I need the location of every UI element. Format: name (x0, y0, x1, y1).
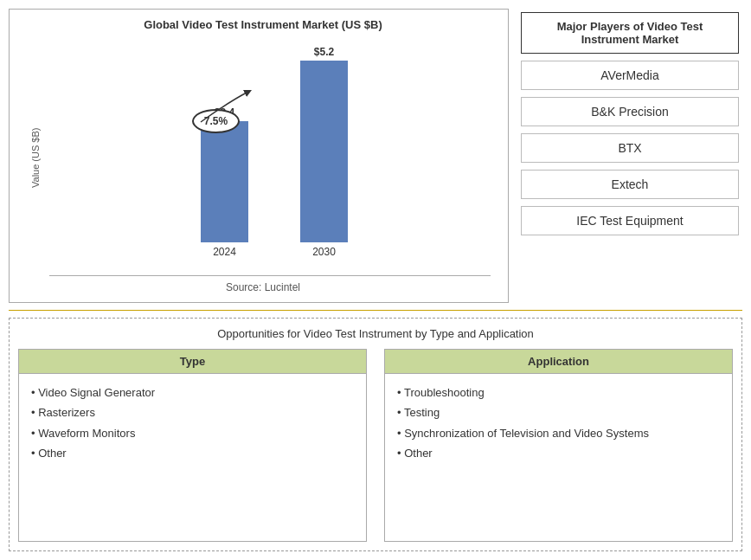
cagr-arrow-svg (41, 40, 499, 275)
type-header: Type (19, 350, 366, 374)
main-container: Global Video Test Instrument Market (US … (0, 0, 751, 560)
type-item-1: Rasterizers (31, 402, 354, 422)
application-content: Troubleshooting Testing Synchronization … (385, 374, 732, 473)
source-text: Source: Lucintel (27, 281, 499, 293)
bar-2024 (201, 121, 248, 242)
chart-area: Global Video Test Instrument Market (US … (9, 9, 509, 303)
type-item-3: Other (31, 443, 354, 463)
section-divider (9, 310, 742, 311)
player-btx: BTX (521, 133, 739, 163)
chart-title: Global Video Test Instrument Market (US … (27, 18, 499, 31)
application-header: Application (385, 350, 732, 374)
player-extech: Extech (521, 170, 739, 199)
type-item-2: Waveform Monitors (31, 423, 354, 443)
players-title: Major Players of Video Test Instrument M… (521, 12, 739, 54)
application-item-2: Synchronization of Television and Video … (397, 423, 720, 443)
bottom-section: Opportunities for Video Test Instrument … (9, 318, 742, 551)
player-iec: IEC Test Equipment (521, 206, 739, 235)
type-column: Type Video Signal Generator Rasterizers … (18, 349, 367, 542)
bar-label-2030: 2030 (312, 246, 336, 258)
cagr-annotation: 7.5% (192, 109, 240, 133)
chart-inner: Value (US $B) $3.4 2024 $5.2 (27, 40, 499, 276)
chart-plot: $3.4 2024 $5.2 2030 (41, 40, 499, 276)
players-area: Major Players of Video Test Instrument M… (517, 9, 742, 303)
application-item-0: Troubleshooting (397, 383, 720, 402)
application-item-3: Other (397, 443, 720, 463)
application-column: Application Troubleshooting Testing Sync… (384, 349, 733, 542)
bar-2030 (300, 61, 348, 242)
player-bk: B&K Precision (521, 97, 739, 126)
player-avermedia: AVerMedia (521, 61, 739, 90)
bottom-columns: Type Video Signal Generator Rasterizers … (18, 349, 733, 542)
y-axis-label: Value (US $B) (27, 40, 41, 276)
bar-group-2030: $5.2 2030 (300, 46, 348, 258)
application-item-1: Testing (397, 402, 720, 422)
bar-value-2030: $5.2 (314, 46, 334, 58)
bar-label-2024: 2024 (213, 246, 236, 258)
cagr-ellipse: 7.5% (192, 109, 240, 133)
type-item-0: Video Signal Generator (31, 383, 354, 402)
opportunities-title: Opportunities for Video Test Instrument … (18, 327, 733, 340)
bars-container: $3.4 2024 $5.2 2030 (41, 40, 499, 275)
top-section: Global Video Test Instrument Market (US … (9, 9, 742, 303)
cagr-value: 7.5% (204, 115, 228, 127)
x-axis-line (49, 275, 491, 276)
type-content: Video Signal Generator Rasterizers Wavef… (19, 374, 366, 473)
